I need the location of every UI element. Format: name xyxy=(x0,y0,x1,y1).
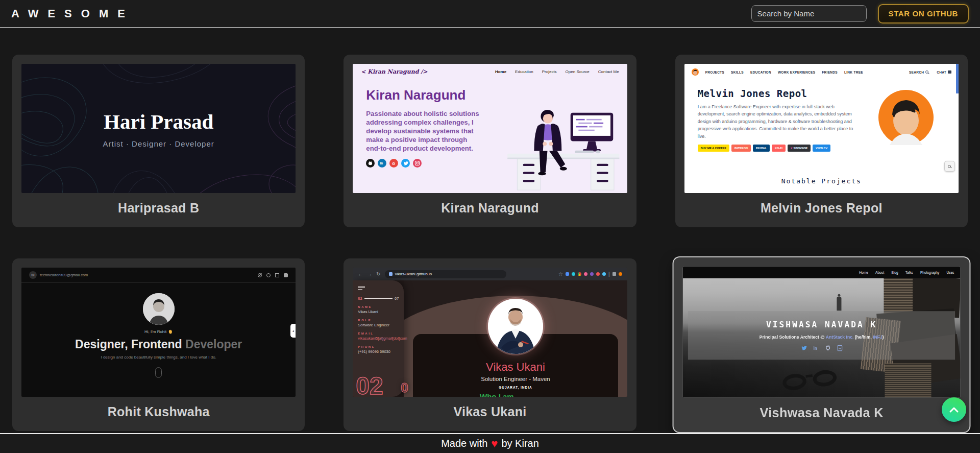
side-panel-icon xyxy=(612,272,616,276)
field-label: EMAIL xyxy=(358,332,399,335)
linkedin-icon: in xyxy=(378,159,386,168)
preview-heading: Vikas Ukani xyxy=(404,361,627,374)
card-title: Rohit Kushwaha xyxy=(21,404,296,419)
kofi-badge: KO-FI xyxy=(772,145,786,152)
email-address: technicalrohit89@gmail.com xyxy=(40,273,88,277)
portfolio-preview-vikas[interactable]: ← → ↻ vikas-ukani.github.io ☆ | xyxy=(353,268,627,397)
portfolio-preview-vishwasa[interactable]: Home About Blog Talks Photography Uses V… xyxy=(682,267,960,397)
portfolio-preview-hariprasad[interactable]: Hari Prasad Artist · Designer · Develope… xyxy=(21,64,296,193)
preview-navbar: Home About Blog Talks Photography Uses xyxy=(682,267,960,278)
search-label: SEARCH xyxy=(909,70,924,74)
view-cv-badge: VIEW CV xyxy=(813,145,830,152)
svg-text:in: in xyxy=(813,346,817,350)
hamburger-menu-icon xyxy=(358,287,365,290)
app-logo: AWESOME xyxy=(11,7,134,20)
section-number-overlay: 0 xyxy=(401,380,408,396)
portfolio-preview-kiran[interactable]: < Kiran Naragund /> Home Education Proje… xyxy=(353,64,627,193)
star-on-github-button[interactable]: STAR ON GITHUB xyxy=(878,4,969,23)
card-title: Melvin Jones Repol xyxy=(684,201,959,216)
nav-link: EDUCATION xyxy=(750,70,771,74)
card-title: Kiran Naragund xyxy=(353,201,627,216)
sponsor-badges-row: BUY ME A COFFEE PATREON PAYPAL KO-FI ♥SP… xyxy=(698,145,859,152)
extension-icon xyxy=(602,272,606,276)
preview-tagline: Artist · Designer · Developer xyxy=(103,139,214,148)
wave-hand-icon xyxy=(168,329,173,334)
app-header: AWESOME STAR ON GITHUB xyxy=(0,0,980,28)
nav-link: Projects xyxy=(542,69,557,74)
field-value: Vikas Ukani xyxy=(358,309,399,314)
greeting-text: Hi, I'm Rohit xyxy=(144,329,166,334)
nav-link: Open Source xyxy=(566,69,590,74)
svg-text:in: in xyxy=(380,162,383,165)
preview-heading: Melvin Jones Repol xyxy=(698,88,859,99)
field-value: (+91) 99096 59030 xyxy=(358,349,399,354)
search-input[interactable] xyxy=(751,5,867,22)
field-label: ROLE xyxy=(358,319,399,322)
app-footer: Made with ♥ by Kiran xyxy=(0,433,980,453)
twitter-icon xyxy=(401,159,410,168)
extension-icon xyxy=(584,272,587,276)
portfolio-card-kiran[interactable]: < Kiran Naragund /> Home Education Proje… xyxy=(344,55,636,227)
nav-link: Home xyxy=(495,69,506,74)
twitter-icon xyxy=(800,344,807,351)
developer-illustration xyxy=(482,75,627,191)
nav-link: SKILLS xyxy=(731,70,744,74)
extension-icon xyxy=(572,272,575,276)
github-icon xyxy=(366,159,375,168)
extension-icon xyxy=(596,272,600,276)
avatar xyxy=(692,68,699,76)
chrome-icon xyxy=(578,272,581,276)
zoom-button xyxy=(944,161,955,172)
portfolio-card-vikas[interactable]: ← → ↻ vikas-ukani.github.io ☆ | xyxy=(344,258,636,431)
section-teaser: Who I am xyxy=(480,392,514,397)
preview-topbar: ✉ technicalrohit89@gmail.com xyxy=(21,268,296,283)
social-icon xyxy=(266,273,271,277)
url-text: vikas-ukani.github.io xyxy=(395,272,432,276)
search-icon xyxy=(925,70,928,74)
nav-link: WORK EXPERIENCES xyxy=(778,70,815,74)
nav-link: Home xyxy=(859,271,868,274)
bookmark-star-icon: ☆ xyxy=(558,272,563,277)
nav-link: About xyxy=(875,271,884,274)
site-favicon xyxy=(389,272,393,276)
google-icon: G xyxy=(389,159,398,168)
browser-profile-avatar xyxy=(619,272,622,276)
social-icon xyxy=(258,273,262,277)
section-title: Notable Projects xyxy=(684,177,959,185)
instagram-icon xyxy=(413,159,422,168)
svg-text:G: G xyxy=(393,161,396,166)
portfolio-preview-rohit[interactable]: ✉ technicalrohit89@gmail.com xyxy=(21,268,296,397)
portfolio-card-rohit[interactable]: ✉ technicalrohit89@gmail.com xyxy=(12,258,305,431)
portfolio-card-melvin[interactable]: PROJECTS SKILLS EDUCATION WORK EXPERIENC… xyxy=(675,55,968,227)
nav-link: Contact Me xyxy=(598,69,619,74)
scroll-mouse-icon xyxy=(155,367,162,378)
portfolio-preview-melvin[interactable]: PROJECTS SKILLS EDUCATION WORK EXPERIENC… xyxy=(684,64,959,193)
portfolio-card-hariprasad[interactable]: Hari Prasad Artist · Designer · Develope… xyxy=(12,55,305,227)
social-icons-row: in G xyxy=(366,159,482,168)
extension-icon xyxy=(590,272,594,276)
cv-document-icon xyxy=(837,344,843,351)
extension-icon xyxy=(566,272,569,276)
toolbar-divider: | xyxy=(608,272,610,277)
side-panel-handle: ◂ xyxy=(290,324,296,338)
profile-photo xyxy=(488,299,543,354)
current-section: 02 xyxy=(358,296,362,301)
card-title: Hariprasad B xyxy=(21,201,296,216)
portfolio-card-vishwasa[interactable]: Home About Blog Talks Photography Uses V… xyxy=(673,257,969,432)
card-title: Vishwasa Navada K xyxy=(682,405,960,420)
preview-display-name: Hari Prasad xyxy=(104,109,213,134)
section-progress: 02 07 xyxy=(358,296,399,301)
card-title: Vikas Ukani xyxy=(353,404,627,419)
chat-label: CHAT xyxy=(937,70,946,74)
signature-logo: < Kiran Naragund /> xyxy=(361,68,427,75)
role-text: (he/him, xyxy=(853,335,873,340)
hero-overlay-panel: VISHWASA NAVADA K Principal Solutions Ar… xyxy=(688,311,955,360)
browser-toolbar: ← → ↻ vikas-ukani.github.io ☆ | xyxy=(353,268,627,280)
scroll-to-top-button[interactable] xyxy=(942,397,966,422)
footer-text-after: by Kiran xyxy=(501,438,538,449)
preview-role: Solution Engineer - Maven xyxy=(404,376,627,382)
nav-link: Uses xyxy=(946,271,954,274)
scrollbar-thumb xyxy=(956,64,959,93)
magnifier-icon xyxy=(948,165,951,168)
linkedin-icon: in xyxy=(812,344,819,351)
